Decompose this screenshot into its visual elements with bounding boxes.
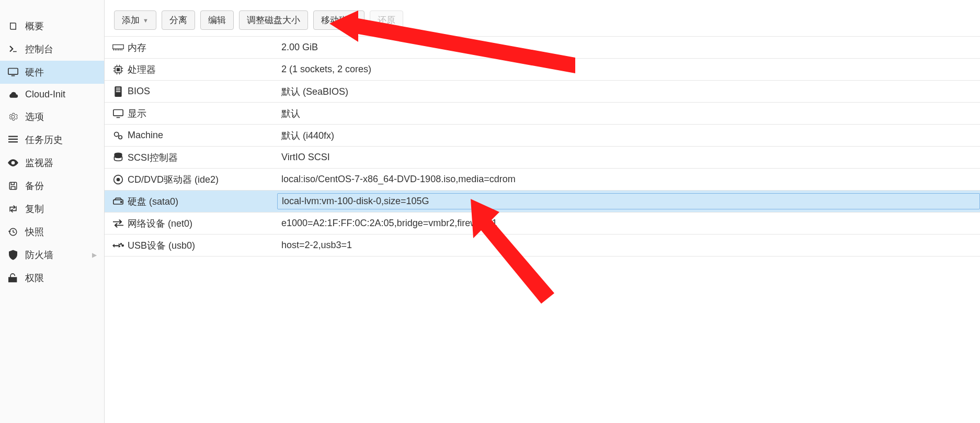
sidebar-item-label: 控制台 xyxy=(25,43,53,55)
sidebar-item-label: 备份 xyxy=(25,180,44,192)
hardware-key: USB设备 (usb0) xyxy=(126,239,277,252)
sidebar: 概要控制台硬件Cloud-Init选项任务历史监视器备份复制快照防火墙▶权限 xyxy=(0,0,105,423)
edit-button[interactable]: 编辑 xyxy=(200,10,234,30)
gears-icon xyxy=(111,131,126,140)
unlock-icon xyxy=(7,273,19,283)
hardware-key: 内存 xyxy=(126,41,277,54)
add-button[interactable]: 添加 ▼ xyxy=(114,10,156,30)
disc-icon xyxy=(111,174,126,185)
hardware-row-8[interactable]: 网络设备 (net0)e1000=A2:1F:FF:0C:2A:05,bridg… xyxy=(105,213,980,235)
cloud-icon xyxy=(7,91,19,99)
main-panel: 添加 ▼ 分离 编辑 调整磁盘大小 移动磁盘 还原 内存2.00 GiB处理器2… xyxy=(105,0,980,423)
sidebar-item-11[interactable]: 权限 xyxy=(0,266,104,290)
hardware-row-6[interactable]: CD/DVD驱动器 (ide2)local:iso/CentOS-7-x86_6… xyxy=(105,169,980,191)
hdd-icon xyxy=(111,197,126,206)
book-icon xyxy=(7,21,19,31)
sidebar-item-label: Cloud-Init xyxy=(25,89,65,100)
sidebar-item-10[interactable]: 防火墙▶ xyxy=(0,243,104,266)
hardware-row-0[interactable]: 内存2.00 GiB xyxy=(105,37,980,59)
bios-icon xyxy=(111,86,126,97)
hardware-value: VirtIO SCSI xyxy=(277,152,980,163)
sidebar-item-label: 复制 xyxy=(25,203,44,215)
svg-point-21 xyxy=(121,244,124,247)
hardware-table: 内存2.00 GiB处理器2 (1 sockets, 2 cores)BIOS默… xyxy=(105,36,980,257)
hardware-value: 默认 (SeaBIOS) xyxy=(277,85,980,98)
eye-icon xyxy=(7,159,19,166)
svg-rect-10 xyxy=(116,87,120,88)
chevron-down-icon: ▼ xyxy=(143,17,149,24)
app-root: 概要控制台硬件Cloud-Init选项任务历史监视器备份复制快照防火墙▶权限 添… xyxy=(0,0,980,423)
hardware-key: Machine xyxy=(126,130,277,141)
sidebar-item-6[interactable]: 监视器 xyxy=(0,151,104,174)
hardware-value: host=2-2,usb3=1 xyxy=(277,240,980,251)
save-icon xyxy=(7,181,19,191)
hardware-row-5[interactable]: SCSI控制器VirtIO SCSI xyxy=(105,147,980,169)
retweet-icon xyxy=(7,205,19,213)
svg-rect-12 xyxy=(116,91,120,92)
gear-icon xyxy=(7,112,19,121)
hardware-row-3[interactable]: 显示默认 xyxy=(105,103,980,125)
hardware-key: SCSI控制器 xyxy=(126,151,277,164)
hardware-row-2[interactable]: BIOS默认 (SeaBIOS) xyxy=(105,81,980,103)
hardware-key: CD/DVD驱动器 (ide2) xyxy=(126,173,277,186)
sidebar-item-3[interactable]: Cloud-Init xyxy=(0,84,104,105)
hardware-key: 显示 xyxy=(126,107,277,120)
sidebar-item-0[interactable]: 概要 xyxy=(0,15,104,38)
svg-rect-2 xyxy=(8,136,18,137)
hardware-value: 2.00 GiB xyxy=(277,42,980,53)
svg-rect-3 xyxy=(8,139,18,140)
svg-point-18 xyxy=(117,178,120,181)
terminal-icon xyxy=(7,44,19,54)
sidebar-item-label: 硬件 xyxy=(25,66,44,79)
move-disk-button[interactable]: 移动磁盘 xyxy=(313,10,364,30)
hardware-row-4[interactable]: Machine默认 (i440fx) xyxy=(105,125,980,147)
usb-icon xyxy=(111,242,126,249)
sidebar-item-8[interactable]: 复制 xyxy=(0,197,104,220)
svg-rect-4 xyxy=(8,141,18,142)
db-icon xyxy=(111,152,126,163)
monitor-icon xyxy=(7,68,19,77)
toolbar: 添加 ▼ 分离 编辑 调整磁盘大小 移动磁盘 还原 xyxy=(105,0,980,36)
detach-button[interactable]: 分离 xyxy=(162,10,195,30)
restore-button: 还原 xyxy=(370,10,403,30)
hardware-value: 默认 (i440fx) xyxy=(277,129,980,142)
svg-rect-8 xyxy=(117,68,120,71)
svg-rect-1 xyxy=(12,75,15,76)
history-icon xyxy=(7,227,19,237)
sidebar-item-label: 防火墙 xyxy=(25,249,53,261)
chevron-right-icon: ▶ xyxy=(92,251,97,259)
display-icon xyxy=(111,109,126,118)
cpu-icon xyxy=(111,64,126,75)
shield-icon xyxy=(7,250,19,260)
hardware-value: local:iso/CentOS-7-x86_64-DVD-1908.iso,m… xyxy=(277,174,980,185)
hardware-row-9[interactable]: USB设备 (usb0)host=2-2,usb3=1 xyxy=(105,235,980,257)
sidebar-item-9[interactable]: 快照 xyxy=(0,220,104,243)
sidebar-item-7[interactable]: 备份 xyxy=(0,174,104,197)
svg-point-20 xyxy=(121,201,122,203)
hardware-value: local-lvm:vm-100-disk-0,size=105G xyxy=(277,193,980,209)
svg-rect-5 xyxy=(9,182,17,190)
sidebar-item-4[interactable]: 选项 xyxy=(0,105,104,128)
svg-rect-13 xyxy=(113,109,123,116)
hardware-key: 处理器 xyxy=(126,63,277,76)
sidebar-item-label: 选项 xyxy=(25,110,44,123)
hardware-key: BIOS xyxy=(126,86,277,97)
resize-disk-button[interactable]: 调整磁盘大小 xyxy=(239,10,308,30)
hardware-key: 网络设备 (net0) xyxy=(126,217,277,230)
hardware-row-7[interactable]: 硬盘 (sata0)local-lvm:vm-100-disk-0,size=1… xyxy=(105,191,980,213)
hardware-row-1[interactable]: 处理器2 (1 sockets, 2 cores) xyxy=(105,59,980,81)
memory-icon xyxy=(111,44,126,51)
hardware-value: 默认 xyxy=(277,107,980,120)
svg-point-15 xyxy=(119,136,122,139)
sidebar-item-label: 监视器 xyxy=(25,157,53,169)
sidebar-item-1[interactable]: 控制台 xyxy=(0,38,104,61)
svg-rect-0 xyxy=(8,69,18,75)
sidebar-item-5[interactable]: 任务历史 xyxy=(0,128,104,151)
svg-rect-6 xyxy=(113,44,123,49)
add-button-label: 添加 xyxy=(122,14,140,26)
svg-point-14 xyxy=(115,132,119,136)
sidebar-item-2[interactable]: 硬件 xyxy=(0,61,104,84)
sidebar-item-label: 任务历史 xyxy=(25,133,63,146)
list-icon xyxy=(7,136,19,144)
hardware-value: e1000=A2:1F:FF:0C:2A:05,bridge=vmbr2,fir… xyxy=(277,218,980,229)
